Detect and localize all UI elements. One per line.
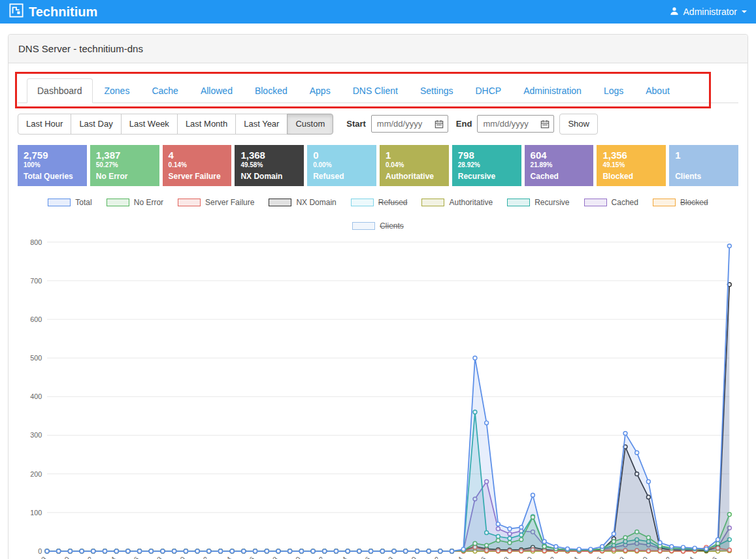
legend-label: Authoritative bbox=[449, 198, 493, 207]
svg-text:10:52: 10:52 bbox=[423, 554, 442, 559]
stat-percent: 0.00% bbox=[313, 161, 370, 170]
svg-text:10:42: 10:42 bbox=[308, 554, 326, 559]
stats-cards: 2,759100%Total Queries1,38750.27%No Erro… bbox=[18, 145, 738, 186]
tab-zones[interactable]: Zones bbox=[94, 78, 140, 103]
svg-text:10:50: 10:50 bbox=[400, 554, 418, 559]
range-button-custom[interactable]: Custom bbox=[287, 114, 333, 135]
svg-text:11:16: 11:16 bbox=[701, 554, 719, 559]
svg-text:10:54: 10:54 bbox=[446, 554, 465, 559]
chart-legend: TotalNo ErrorServer FailureNX DomainRefu… bbox=[18, 198, 738, 231]
svg-text:11:06: 11:06 bbox=[585, 554, 603, 559]
user-menu-button[interactable]: Administrator bbox=[670, 7, 747, 18]
stat-percent: 49.58% bbox=[240, 161, 298, 170]
tab-allowed[interactable]: Allowed bbox=[190, 78, 243, 103]
tabs-container: DashboardZonesCacheAllowedBlockedAppsDNS… bbox=[18, 78, 738, 103]
start-date-field bbox=[371, 115, 448, 133]
svg-text:10:44: 10:44 bbox=[331, 554, 349, 559]
svg-text:10:30: 10:30 bbox=[169, 554, 187, 559]
stat-value: 1 bbox=[386, 150, 443, 161]
stat-value: 604 bbox=[531, 150, 588, 161]
range-button-last-day[interactable]: Last Day bbox=[71, 114, 121, 135]
legend-swatch bbox=[584, 199, 607, 206]
stat-card-recursive: 79828.92%Recursive bbox=[452, 145, 521, 186]
stat-card-refused: 00.00%Refused bbox=[307, 145, 376, 186]
svg-text:10:34: 10:34 bbox=[215, 554, 233, 559]
legend-swatch bbox=[507, 199, 530, 206]
legend-item-recursive[interactable]: Recursive bbox=[507, 198, 569, 207]
svg-text:400: 400 bbox=[30, 392, 42, 400]
stat-label: Server Failure bbox=[169, 172, 226, 181]
tab-dns-client[interactable]: DNS Client bbox=[342, 78, 408, 103]
legend-item-server-failure[interactable]: Server Failure bbox=[178, 198, 254, 207]
legend-item-refused[interactable]: Refused bbox=[351, 198, 408, 207]
svg-text:10:46: 10:46 bbox=[353, 554, 372, 559]
end-date-field bbox=[477, 115, 554, 133]
stat-percent: 50.27% bbox=[96, 161, 154, 170]
stat-value: 2,759 bbox=[24, 150, 81, 161]
stat-label: Recursive bbox=[458, 172, 516, 181]
svg-text:11:04: 11:04 bbox=[563, 554, 580, 559]
legend-swatch bbox=[178, 199, 201, 206]
legend-item-blocked[interactable]: Blocked bbox=[653, 198, 708, 207]
legend-label: Total bbox=[75, 198, 91, 207]
stat-card-blocked: 1,35649.15%Blocked bbox=[597, 145, 666, 186]
nav-tabs: DashboardZonesCacheAllowedBlockedAppsDNS… bbox=[18, 78, 738, 103]
stat-percent: 28.92% bbox=[458, 161, 516, 170]
svg-text:11:12: 11:12 bbox=[655, 554, 672, 559]
range-button-last-hour[interactable]: Last Hour bbox=[18, 114, 71, 135]
page-title: DNS Server - technitium-dns bbox=[8, 35, 748, 63]
svg-text:11:08: 11:08 bbox=[608, 554, 626, 559]
legend-item-total[interactable]: Total bbox=[48, 198, 91, 207]
range-button-last-week[interactable]: Last Week bbox=[121, 114, 178, 135]
stat-label: Refused bbox=[313, 172, 370, 181]
legend-label: Cached bbox=[612, 198, 638, 207]
legend-item-cached[interactable]: Cached bbox=[584, 198, 638, 207]
stat-value: 1,387 bbox=[96, 150, 154, 161]
legend-item-no-error[interactable]: No Error bbox=[107, 198, 163, 207]
calendar-icon[interactable] bbox=[435, 120, 444, 129]
legend-item-clients[interactable]: Clients bbox=[352, 221, 404, 231]
legend-label: Server Failure bbox=[205, 198, 254, 207]
tab-administration[interactable]: Administration bbox=[513, 78, 592, 103]
tab-apps[interactable]: Apps bbox=[299, 78, 341, 103]
stat-percent: 21.89% bbox=[531, 161, 588, 170]
svg-text:200: 200 bbox=[30, 470, 42, 477]
legend-item-nx-domain[interactable]: NX Domain bbox=[269, 198, 336, 207]
svg-text:300: 300 bbox=[30, 431, 42, 439]
tab-blocked[interactable]: Blocked bbox=[244, 78, 298, 103]
stat-label: Authoritative bbox=[386, 172, 443, 181]
svg-text:10:38: 10:38 bbox=[261, 554, 280, 559]
toolbar: Last HourLast DayLast WeekLast MonthLast… bbox=[18, 114, 738, 135]
tab-logs[interactable]: Logs bbox=[593, 78, 634, 103]
stat-card-server-failure: 40.14%Server Failure bbox=[163, 145, 232, 186]
legend-item-authoritative[interactable]: Authoritative bbox=[421, 198, 493, 207]
calendar-icon[interactable] bbox=[540, 120, 550, 129]
tab-settings[interactable]: Settings bbox=[410, 78, 464, 103]
svg-text:10:24: 10:24 bbox=[99, 554, 118, 559]
caret-down-icon bbox=[742, 10, 747, 13]
tab-dhcp[interactable]: DHCP bbox=[465, 78, 512, 103]
top-header: Technitium Administrator bbox=[0, 0, 756, 24]
svg-text:10:20: 10:20 bbox=[53, 554, 71, 559]
svg-text:800: 800 bbox=[30, 238, 42, 246]
range-button-last-year[interactable]: Last Year bbox=[235, 114, 288, 135]
legend-label: NX Domain bbox=[296, 198, 336, 207]
svg-text:11:00: 11:00 bbox=[516, 554, 534, 559]
legend-swatch bbox=[352, 222, 375, 230]
tab-cache[interactable]: Cache bbox=[141, 78, 188, 103]
stat-value: 0 bbox=[313, 150, 370, 161]
range-button-last-month[interactable]: Last Month bbox=[177, 114, 236, 135]
show-button[interactable]: Show bbox=[559, 114, 598, 135]
stat-value: 1 bbox=[675, 150, 732, 161]
end-date-input[interactable] bbox=[482, 118, 536, 129]
tab-dashboard[interactable]: Dashboard bbox=[27, 78, 93, 103]
legend-label: Clients bbox=[380, 221, 404, 231]
svg-text:10:26: 10:26 bbox=[122, 554, 140, 559]
legend-swatch bbox=[653, 199, 676, 206]
stat-value: 1,356 bbox=[602, 150, 660, 161]
start-date-input[interactable] bbox=[376, 118, 431, 129]
brand: Technitium bbox=[9, 3, 97, 21]
queries-chart-svg: 010020030040050060070080010:1810:2010:22… bbox=[18, 234, 738, 559]
tab-about[interactable]: About bbox=[635, 78, 680, 103]
stat-card-total-queries: 2,759100%Total Queries bbox=[18, 145, 87, 186]
